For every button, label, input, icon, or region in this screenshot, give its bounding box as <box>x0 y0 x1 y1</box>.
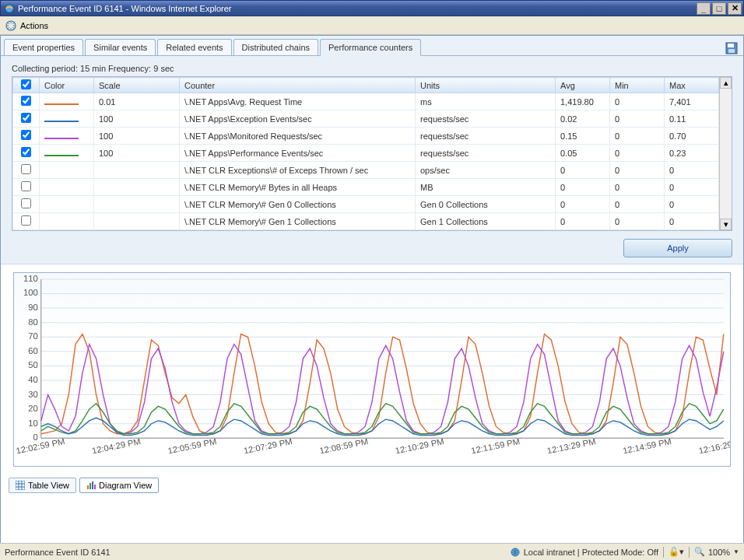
svg-text:40: 40 <box>28 375 37 384</box>
maximize-button[interactable]: □ <box>712 2 726 15</box>
window-title: Performance Event ID 6141 - Windows Inte… <box>18 4 232 13</box>
svg-text:10: 10 <box>28 418 37 428</box>
cell-counter: \.NET CLR Memory\# Bytes in all Heaps <box>180 179 416 196</box>
tab-related-events[interactable]: Related events <box>157 39 231 55</box>
svg-text:60: 60 <box>28 346 37 355</box>
cell-avg: 0.02 <box>556 110 610 128</box>
scroll-down-arrow[interactable]: ▾ <box>720 219 732 230</box>
svg-text:20: 20 <box>28 404 37 413</box>
color-swatch <box>44 138 79 139</box>
svg-rect-47 <box>89 483 91 489</box>
row-checkbox[interactable] <box>21 198 31 208</box>
minimize-button[interactable]: _ <box>697 2 711 15</box>
tab-event-properties[interactable]: Event properties <box>4 39 83 55</box>
svg-text:12:07:29 PM: 12:07:29 PM <box>243 436 293 455</box>
col-avg[interactable]: Avg <box>556 78 610 93</box>
tab-similar-events[interactable]: Similar events <box>85 39 156 55</box>
zoom-value: 100% <box>708 548 730 557</box>
status-left: Performance Event ID 6141 <box>5 548 111 557</box>
cell-counter: \.NET Apps\Exception Events/sec <box>180 110 416 128</box>
table-scrollbar[interactable]: ▴ ▾ <box>719 77 732 230</box>
svg-rect-3 <box>728 44 734 47</box>
cell-min: 0 <box>610 196 665 213</box>
zoom-dropdown-arrow[interactable]: ▼ <box>733 548 739 555</box>
table-row[interactable]: \.NET CLR Memory\# Bytes in all HeapsMB0… <box>13 179 719 196</box>
cell-min: 0 <box>610 145 665 162</box>
security-dropdown[interactable]: 🔓▾ <box>669 547 684 557</box>
svg-text:12:08:59 PM: 12:08:59 PM <box>318 436 369 455</box>
cell-min: 0 <box>610 110 665 128</box>
table-view-icon <box>16 481 25 490</box>
cell-scale: 100 <box>94 110 180 128</box>
svg-rect-41 <box>16 481 25 490</box>
cell-min: 0 <box>610 162 665 179</box>
row-checkbox[interactable] <box>21 130 31 140</box>
col-min[interactable]: Min <box>610 78 665 93</box>
table-view-button[interactable]: Table View <box>9 478 76 493</box>
tab-distributed-chains[interactable]: Distributed chains <box>233 39 318 55</box>
table-row[interactable]: 0.01\.NET Apps\Avg. Request Timems1,419.… <box>13 93 719 110</box>
col-check[interactable] <box>13 78 40 93</box>
cell-units: requests/sec <box>416 145 556 162</box>
table-row[interactable]: 100\.NET Apps\Monitored Requests/secrequ… <box>13 128 719 145</box>
row-checkbox[interactable] <box>21 147 31 157</box>
col-units[interactable]: Units <box>416 78 556 93</box>
row-checkbox[interactable] <box>21 215 31 226</box>
cell-max: 0 <box>665 179 719 196</box>
cell-avg: 0 <box>556 213 610 230</box>
scroll-up-arrow[interactable]: ▴ <box>720 77 732 89</box>
row-checkbox[interactable] <box>21 96 31 106</box>
close-button[interactable]: ✕ <box>728 2 742 15</box>
col-scale[interactable]: Scale <box>94 78 180 93</box>
col-counter[interactable]: Counter <box>180 78 416 93</box>
row-checkbox[interactable] <box>21 113 31 123</box>
cell-units: Gen 0 Collections <box>416 196 556 213</box>
cell-avg: 0 <box>556 162 610 179</box>
cell-scale: 100 <box>94 128 180 145</box>
ie-icon <box>4 3 15 14</box>
cell-min: 0 <box>610 128 665 145</box>
table-row[interactable]: \.NET CLR Memory\# Gen 1 CollectionsGen … <box>13 213 719 230</box>
save-icon[interactable] <box>725 41 739 55</box>
cell-units: requests/sec <box>416 128 556 145</box>
cell-counter: \.NET CLR Memory\# Gen 1 Collections <box>180 213 416 230</box>
cell-scale: 0.01 <box>94 93 180 110</box>
row-checkbox[interactable] <box>21 164 31 174</box>
apply-button[interactable]: Apply <box>623 239 732 257</box>
cell-max: 0 <box>665 196 719 213</box>
actions-label[interactable]: Actions <box>20 21 48 30</box>
row-checkbox[interactable] <box>21 181 31 191</box>
svg-text:12:05:59 PM: 12:05:59 PM <box>167 436 217 455</box>
cell-min: 0 <box>610 93 665 110</box>
counter-table-container: Color Scale Counter Units Avg Min Max 0.… <box>12 76 732 231</box>
cell-avg: 0.15 <box>556 128 610 145</box>
chart-area: 010203040506070809010011012:02:59 PM12:0… <box>1 264 743 473</box>
svg-rect-49 <box>94 485 96 489</box>
svg-text:70: 70 <box>28 331 37 341</box>
svg-text:12:16:29 PM: 12:16:29 PM <box>698 436 730 455</box>
col-color[interactable]: Color <box>40 78 94 93</box>
tab-performance-counters[interactable]: Performance counters <box>320 39 421 56</box>
svg-text:50: 50 <box>28 361 37 370</box>
color-swatch <box>44 121 79 122</box>
col-max[interactable]: Max <box>665 78 719 93</box>
table-row[interactable]: \.NET CLR Exceptions\# of Exceps Thrown … <box>13 162 719 179</box>
cell-units: ops/sec <box>416 162 556 179</box>
zoom-control[interactable]: 🔍 100% ▼ <box>694 547 739 557</box>
svg-text:12:14:59 PM: 12:14:59 PM <box>622 436 672 455</box>
svg-text:80: 80 <box>28 317 37 327</box>
table-row[interactable]: 100\.NET Apps\Performance Events/secrequ… <box>13 145 719 162</box>
cell-avg: 0.05 <box>556 145 610 162</box>
svg-text:30: 30 <box>28 390 37 399</box>
main-content: Event properties Similar events Related … <box>0 35 744 557</box>
svg-text:0: 0 <box>33 432 37 442</box>
diagram-view-button[interactable]: Diagram View <box>79 478 159 493</box>
table-row[interactable]: 100\.NET Apps\Exception Events/secreques… <box>13 110 719 128</box>
svg-text:12:04:29 PM: 12:04:29 PM <box>91 436 142 455</box>
svg-text:110: 110 <box>23 274 38 283</box>
tab-strip: Event properties Similar events Related … <box>1 36 743 56</box>
diagram-view-label: Diagram View <box>99 481 152 490</box>
select-all-checkbox[interactable] <box>21 79 31 89</box>
table-row[interactable]: \.NET CLR Memory\# Gen 0 CollectionsGen … <box>13 196 719 213</box>
svg-text:12:13:29 PM: 12:13:29 PM <box>546 436 597 455</box>
